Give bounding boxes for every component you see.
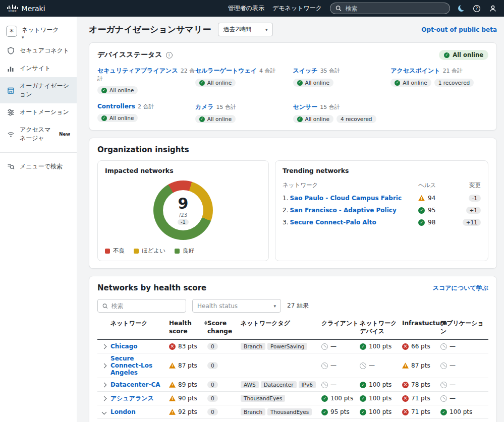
col-infrastructure: Infrastucture (402, 320, 440, 328)
status-icon (169, 363, 176, 369)
network-link[interactable]: Secure Connect-Los Angeles (110, 355, 152, 376)
score-change-badge: 0 (207, 395, 218, 402)
sidebar-item-automation[interactable]: オートメーション (0, 103, 77, 121)
impacted-count: 9 (178, 196, 189, 211)
networks-search[interactable] (97, 299, 186, 313)
search-input[interactable] (346, 5, 444, 12)
network-link[interactable]: London (110, 408, 136, 415)
donut-legend: 不良 ほどよい 良好 (105, 247, 261, 255)
automation-icon (7, 108, 15, 116)
trending-row: 2.San Francisco - Adaptive Policy 95 +1 (283, 204, 481, 216)
network-tag: IPv6 (299, 381, 316, 388)
col-client: クライアント (321, 320, 360, 328)
account-icon[interactable] (489, 5, 497, 13)
learn-about-scores-link[interactable]: スコアについて学ぶ (433, 284, 488, 292)
col-score-change: Score change (207, 320, 241, 335)
search-icon (102, 303, 108, 309)
status-icon (169, 409, 176, 415)
sidebar-item-label: アクセスマネージャ (20, 126, 53, 143)
svg-text:?: ? (476, 6, 478, 11)
network-link[interactable]: Secure Connect-Palo Alto (290, 219, 376, 226)
secure-connect-icon (7, 47, 15, 54)
expand-chevron-icon[interactable] (101, 396, 106, 401)
sidebar-item-insight[interactable]: インサイト (0, 59, 77, 77)
col-tags: ネットワークタグ (241, 320, 321, 328)
status-icon (402, 363, 409, 369)
network-switcher-link[interactable]: デモネットワーク (272, 4, 322, 13)
table-row: Secure Connect-Los Angeles 87 pts 0 — — … (97, 353, 488, 378)
sidebar-item-secure-connect[interactable]: セキュアコネクト (0, 42, 77, 59)
network-link[interactable]: アシュアランス (110, 395, 154, 402)
online-badge: All online (97, 86, 138, 94)
help-icon[interactable]: ? (473, 5, 481, 13)
device-status-card: デバイスステータス i All online セキュリティアプライアンス22 合… (89, 42, 497, 131)
network-tag: PowerSaving (267, 343, 307, 350)
time-range-select[interactable]: 過去2時間 ▾ (218, 23, 272, 36)
online-badge: All online (390, 79, 431, 87)
trending-row: 3.Secure Connect-Palo Alto 98 +11 (283, 216, 481, 228)
device-type-cell: スイッチ35 合計 All online (293, 67, 391, 94)
device-type-link[interactable]: セキュリティアプライアンス (97, 67, 178, 74)
cisco-meraki-logo[interactable]: cisco Meraki (7, 5, 45, 13)
status-icon (440, 363, 447, 369)
status-icon (402, 382, 409, 388)
status-icon (321, 395, 328, 402)
cisco-logo-icon: cisco (7, 5, 18, 13)
network-tag: ThousandEyes (267, 408, 312, 415)
sidebar: * ネットワーク ▾ セキュアコネクト インサイト オーガナイゼーション (0, 17, 77, 422)
sidebar-network-selector[interactable]: * ネットワーク ▾ (0, 22, 77, 42)
access-manager-icon (7, 131, 15, 138)
status-icon (402, 409, 409, 415)
sidebar-item-organization[interactable]: オーガナイゼーション (0, 77, 77, 103)
networks-title: Networks by health score (97, 283, 206, 292)
expand-chevron-icon[interactable] (101, 344, 106, 349)
device-type-link[interactable]: Controllers (97, 103, 135, 110)
network-link[interactable]: Sao Paulo - Cloud Campus Fabric (290, 195, 402, 202)
device-type-link[interactable]: スイッチ (293, 67, 318, 74)
chevron-down-icon: ▾ (273, 304, 276, 309)
network-tag: AWS (241, 381, 259, 388)
sidebar-network-label: ネットワーク (22, 26, 59, 34)
device-type-link[interactable]: セルラーゲートウェイ (195, 67, 257, 74)
sidebar-divider (0, 152, 77, 153)
impacted-donut: 9 /23 -1 (153, 180, 213, 240)
device-count: 35 合計 (320, 68, 341, 74)
device-type-link[interactable]: アクセスポイント (390, 67, 440, 74)
status-icon (360, 382, 366, 388)
results-count: 27 結果 (287, 302, 309, 310)
expand-chevron-icon[interactable] (101, 363, 106, 368)
collapse-chevron-icon[interactable] (101, 409, 106, 414)
device-type-link[interactable]: カメラ (195, 103, 214, 110)
cisco-wordmark: cisco (9, 10, 17, 13)
health-status-select[interactable]: Health status ▾ (192, 299, 281, 313)
organization-insights-card: Organization insights Impacted networks … (89, 138, 497, 269)
global-search[interactable] (330, 3, 450, 14)
device-type-cell: セキュリティアプライアンス22 合計 All online (97, 67, 195, 94)
network-tag: ThousandEyes (241, 395, 285, 402)
expand-chevron-icon[interactable] (101, 382, 106, 387)
check-circle-icon (199, 80, 205, 86)
network-link[interactable]: San Francisco - Adaptive Policy (290, 207, 396, 214)
table-row: Datacenter-CA 89 pts 0 AWSDatacenterIPv6… (97, 378, 488, 392)
score-change-badge: 0 (207, 381, 218, 388)
sidebar-item-menu-search[interactable]: メニューで検索 (0, 158, 77, 175)
network-link[interactable]: Chicago (110, 343, 138, 350)
device-type-link[interactable]: センサー (293, 103, 318, 110)
trending-title: Trending networks (283, 167, 349, 174)
beta-opt-out-link[interactable]: Opt-out of public beta (421, 26, 497, 33)
trending-networks-panel: Trending networks ネットワーク ヘルス 変更 1.Sao Pa… (275, 160, 488, 261)
device-count: 21 合計 (443, 68, 463, 74)
device-count: 4 合計 (259, 68, 276, 74)
device-type-cell: カメラ15 合計 All online (195, 103, 293, 123)
info-icon[interactable]: i (166, 52, 173, 58)
check-circle-icon (297, 116, 303, 122)
recovered-badge: 4 recovered (337, 115, 376, 123)
impacted-networks-panel: Impacted networks 9 /23 -1 不良 ほどよい (97, 160, 269, 261)
online-badge: All online (293, 115, 333, 123)
sidebar-item-access-manager[interactable]: アクセスマネージャ New (0, 121, 77, 147)
network-link[interactable]: Datacenter-CA (110, 381, 160, 388)
dark-mode-moon-icon[interactable] (458, 5, 465, 12)
networks-search-input[interactable] (111, 303, 181, 310)
admin-view-link[interactable]: 管理者の表示 (228, 4, 264, 13)
networks-table: ネットワーク Health score Score change ネットワークタ… (97, 318, 488, 422)
